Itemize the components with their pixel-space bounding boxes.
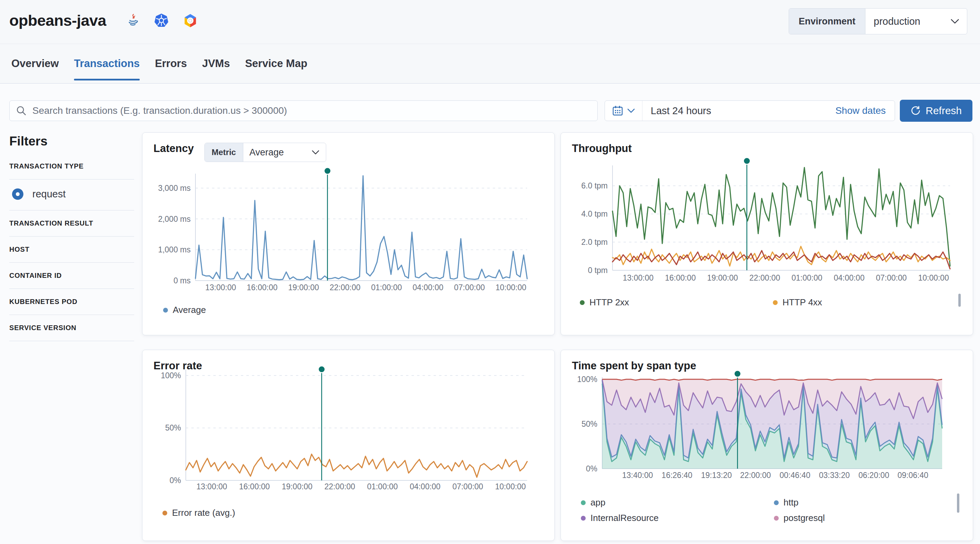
latency-chart[interactable]: 0 ms1,000 ms2,000 ms3,000 ms13:00:0016:0… (153, 164, 544, 299)
legend-item[interactable]: app (581, 497, 774, 508)
latency-metric-select[interactable]: Metric Average (204, 143, 326, 162)
environment-label: Environment (789, 9, 865, 34)
filter-section-transaction-type[interactable]: TRANSACTION TYPE (9, 162, 134, 170)
y-axis-label: 4.0 tpm (581, 209, 608, 218)
time-range-label[interactable]: Last 24 hours (643, 105, 711, 117)
series-Average (196, 176, 527, 279)
x-axis-label: 13:40:00 (622, 471, 653, 480)
x-axis-label: 07:00:00 (454, 283, 485, 292)
x-axis-label: 13:00:00 (205, 283, 236, 292)
latency-panel: Latency Metric Average 0 ms1,000 ms2,000… (142, 132, 555, 335)
legend-label: InternalResource (590, 513, 659, 523)
y-axis-label: 0% (586, 464, 597, 473)
tab-service-map[interactable]: Service Map (245, 44, 307, 83)
latency-legend: Average (163, 305, 206, 315)
refresh-button[interactable]: Refresh (900, 100, 972, 122)
filter-section-kubernetes-pod[interactable]: KUBERNETES POD (9, 298, 134, 306)
environment-value: production (865, 9, 950, 34)
environment-select[interactable]: Environment production (789, 8, 967, 34)
annotation-marker (744, 158, 750, 164)
x-axis-label: 19:13:20 (701, 471, 732, 480)
search-bar (9, 100, 598, 121)
legend-label: postgresql (784, 513, 825, 523)
x-axis-label: 07:00:00 (876, 273, 907, 282)
y-axis-label: 0 tpm (588, 266, 608, 275)
y-axis-label: 6.0 tpm (581, 181, 608, 190)
y-axis-label: 50% (165, 423, 181, 432)
x-axis-label: 04:00:00 (410, 482, 441, 491)
legend-item[interactable]: HTTP 4xx (773, 297, 822, 308)
time-spent-panel: Time spent by span type 0%50%100%13:40:0… (560, 350, 973, 541)
annotation-marker (735, 371, 740, 377)
y-axis-label: 3,000 ms (158, 184, 191, 193)
tab-bar: Overview Transactions Errors JVMs Servic… (0, 44, 980, 84)
legend-item[interactable]: Average (163, 305, 206, 315)
filter-section-transaction-result[interactable]: TRANSACTION RESULT (9, 219, 134, 227)
y-axis-label: 0% (170, 476, 181, 485)
legend-label: app (590, 497, 605, 508)
x-axis-label: 13:00:00 (623, 273, 654, 282)
legend-item[interactable]: http (774, 497, 825, 508)
calendar-icon (612, 105, 624, 117)
legend-dot (580, 300, 585, 305)
radio-checked-icon[interactable] (12, 189, 24, 200)
legend-scrollbar[interactable] (958, 293, 961, 307)
refresh-label: Refresh (926, 105, 962, 117)
x-axis-label: 16:00:00 (247, 283, 278, 292)
filters-title: Filters (9, 134, 134, 149)
y-axis-label: 100% (577, 375, 597, 384)
error-rate-panel: Error rate 0%50%100%13:00:0016:00:0019:0… (142, 350, 555, 541)
gcp-icon (183, 13, 198, 28)
filter-section-service-version[interactable]: SERVICE VERSION (9, 324, 134, 332)
legend-item[interactable]: Error rate (avg.) (162, 508, 235, 518)
legend-dot (581, 516, 585, 520)
time-spent-chart[interactable]: 0%50%100%13:40:0016:26:4019:13:2022:00:0… (572, 363, 963, 487)
search-input[interactable] (32, 105, 591, 116)
x-axis-label: 16:00:00 (665, 273, 696, 282)
x-axis-label: 07:00:00 (452, 482, 484, 491)
tab-transactions[interactable]: Transactions (74, 44, 140, 83)
throughput-chart[interactable]: 0 tpm2.0 tpm4.0 tpm6.0 tpm13:00:0016:00:… (572, 155, 963, 289)
legend-dot (774, 516, 779, 520)
calendar-dropdown-button[interactable] (605, 101, 643, 121)
panel-title: Latency (153, 142, 194, 155)
filter-section-container-id[interactable]: CONTAINER ID (9, 272, 134, 279)
legend-label: Average (173, 305, 206, 315)
annotation-marker (325, 168, 330, 174)
kubernetes-icon (154, 13, 169, 28)
panel-title: Throughput (572, 142, 632, 155)
transaction-type-option[interactable]: request (9, 179, 134, 211)
x-axis-label: 10:00:00 (918, 273, 949, 282)
time-spent-legend: apphttpInternalResourcepostgresql (581, 497, 825, 523)
agent-icons (126, 13, 198, 28)
legend-dot (773, 300, 778, 305)
show-dates-link[interactable]: Show dates (835, 105, 895, 116)
legend-item[interactable]: InternalResource (581, 513, 774, 523)
search-icon (16, 105, 27, 116)
metric-select-label: Metric (205, 143, 243, 162)
metric-select-value: Average (243, 143, 312, 162)
x-axis-label: 19:00:00 (282, 482, 313, 491)
latency-plot-svg: 0 ms1,000 ms2,000 ms3,000 ms13:00:0016:0… (153, 164, 544, 298)
annotation-marker (319, 366, 325, 373)
legend-label: http (784, 497, 798, 508)
y-axis-label: 100% (161, 371, 181, 380)
throughput-panel: Throughput 0 tpm2.0 tpm4.0 tpm6.0 tpm13:… (560, 132, 973, 335)
legend-label: Error rate (avg.) (172, 508, 235, 518)
filter-section-host[interactable]: HOST (9, 246, 134, 254)
legend-item[interactable]: postgresql (774, 513, 825, 523)
tab-jvms[interactable]: JVMs (202, 44, 230, 83)
legend-dot (162, 511, 167, 515)
tab-overview[interactable]: Overview (11, 44, 59, 83)
chevron-down-icon (627, 108, 635, 114)
java-icon (126, 13, 140, 28)
tab-errors[interactable]: Errors (155, 44, 187, 83)
x-axis-label: 10:00:00 (495, 482, 526, 491)
x-axis-label: 19:00:00 (288, 283, 319, 292)
series-HTTP 2xx (612, 168, 950, 266)
x-axis-label: 03:33:20 (819, 471, 850, 480)
legend-scrollbar[interactable] (957, 493, 959, 513)
error-rate-chart[interactable]: 0%50%100%13:00:0016:00:0019:00:0022:00:0… (153, 362, 544, 495)
time_spent-plot-svg: 0%50%100%13:40:0016:26:4019:13:2022:00:0… (572, 363, 963, 485)
legend-item[interactable]: HTTP 2xx (580, 297, 773, 308)
